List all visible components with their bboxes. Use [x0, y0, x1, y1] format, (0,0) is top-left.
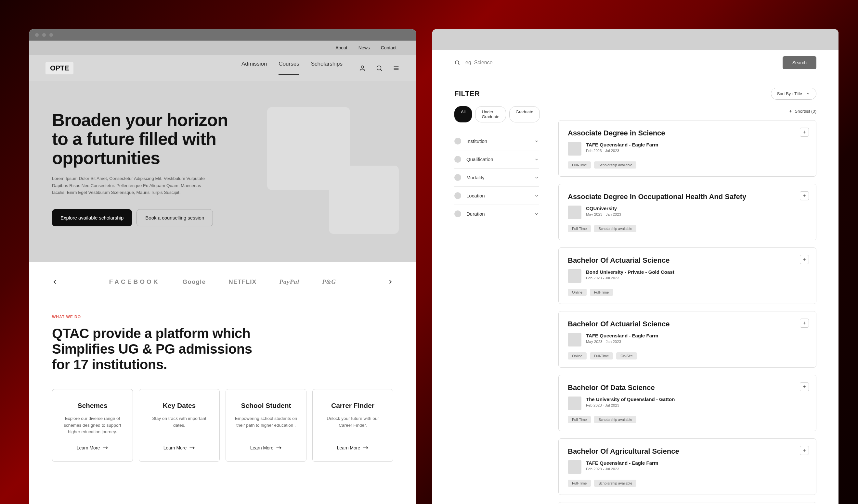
- card-body: Stay on track with important dates.: [147, 415, 211, 436]
- course-card[interactable]: + Bachelor Of Data Science The Universit…: [558, 375, 816, 431]
- learn-more-link[interactable]: Learn More: [234, 445, 298, 451]
- add-shortlist-button[interactable]: +: [800, 382, 809, 391]
- nav-courses[interactable]: Courses: [279, 61, 299, 75]
- user-icon[interactable]: [359, 65, 366, 72]
- search-input[interactable]: [465, 60, 783, 66]
- homepage-panel: About News Contact OPTE Admission Course…: [29, 29, 416, 504]
- menu-icon[interactable]: [393, 65, 400, 72]
- course-dates: Feb 2023 - Jul 2023: [586, 276, 674, 280]
- course-tags: Full-TimeScholarship available: [568, 225, 807, 232]
- utility-bar: About News Contact: [29, 40, 416, 55]
- institution-name: CQUniversity: [586, 206, 621, 211]
- course-tag: Full-Time: [568, 225, 591, 232]
- course-card[interactable]: + Bachelor Of Agricultural Science TAFE …: [558, 438, 816, 495]
- logos-next-arrow-icon[interactable]: [387, 279, 393, 285]
- book-counselling-button[interactable]: Book a counselling session: [137, 209, 213, 226]
- course-tags: Full-TimeScholarship available: [568, 479, 807, 487]
- nav-icons: [359, 65, 400, 72]
- facet-label: Duration: [466, 211, 534, 216]
- course-card[interactable]: + Associate Degree In Occupational Healt…: [558, 184, 816, 240]
- card-body: Empowering school students on their path…: [234, 415, 298, 436]
- svg-point-1: [377, 66, 381, 70]
- add-shortlist-button[interactable]: +: [800, 446, 809, 455]
- sort-by-dropdown[interactable]: Sort By : Title: [771, 88, 816, 100]
- institution-name: TAFE Queensland - Eagle Farm: [586, 333, 658, 338]
- course-tag: Scholarship available: [594, 225, 636, 232]
- svg-line-11: [458, 64, 460, 65]
- course-title: Associate Degree in Science: [568, 129, 807, 137]
- institution-thumb: [568, 333, 582, 346]
- feature-card: Carrer Finder Unlock your future with ou…: [312, 389, 393, 462]
- course-title: Bachelor Of Agricultural Science: [568, 447, 807, 456]
- filter-facet[interactable]: Duration: [454, 205, 539, 223]
- learn-more-label: Learn More: [250, 445, 274, 451]
- arrow-right-icon: [102, 446, 108, 450]
- card-title: Carrer Finder: [321, 402, 384, 409]
- add-shortlist-button[interactable]: +: [800, 128, 809, 137]
- topbar-contact[interactable]: Contact: [381, 45, 397, 50]
- course-tag: Online: [568, 352, 587, 359]
- results-column: Shortlist (0) + Associate Degree in Scie…: [558, 106, 816, 504]
- logo-facebook: FACEBOOK: [109, 278, 160, 286]
- course-card[interactable]: + Bachelor Of Actuarial Science TAFE Que…: [558, 311, 816, 368]
- institution-thumb: [568, 396, 582, 410]
- course-card[interactable]: + Bachelor Of Computer Science / Master …: [558, 502, 816, 504]
- nav-admission[interactable]: Admission: [241, 61, 267, 75]
- chip-undergraduate[interactable]: Under Graduate: [475, 106, 506, 123]
- course-tag: Full-Time: [568, 416, 591, 423]
- facet-icon: [454, 156, 461, 163]
- facet-icon: [454, 138, 461, 145]
- svg-point-0: [361, 66, 363, 68]
- search-icon[interactable]: [376, 65, 383, 72]
- explore-scholarship-button[interactable]: Explore available scholarship: [52, 209, 132, 226]
- learn-more-link[interactable]: Learn More: [147, 445, 211, 451]
- facet-icon: [454, 192, 461, 199]
- filter-facet[interactable]: Modality: [454, 168, 539, 187]
- course-card[interactable]: + Associate Degree in Science TAFE Queen…: [558, 120, 816, 177]
- course-card[interactable]: + Bachelor Of Actuarial Science Bond Uni…: [558, 247, 816, 304]
- chip-graduate[interactable]: Graduate: [509, 106, 540, 123]
- institution-thumb: [568, 206, 582, 219]
- course-tag: Scholarship available: [594, 479, 636, 487]
- nav-scholarships[interactable]: Scholarships: [311, 61, 343, 75]
- learn-more-label: Learn More: [163, 445, 187, 451]
- logos-prev-arrow-icon[interactable]: [52, 279, 58, 285]
- filter-facet[interactable]: Location: [454, 187, 539, 205]
- institution-name: TAFE Queensland - Eagle Farm: [586, 142, 658, 147]
- nav-links: Admission Courses Scholarships: [241, 61, 343, 75]
- learn-more-link[interactable]: Learn More: [321, 445, 384, 451]
- chip-all[interactable]: All: [454, 106, 472, 123]
- sort-by-label: Sort By : Title: [777, 91, 802, 96]
- filter-facet[interactable]: Institution: [454, 132, 539, 150]
- minimize-dot[interactable]: [42, 33, 46, 37]
- level-chips: All Under Graduate Graduate: [454, 106, 539, 123]
- logo[interactable]: OPTE: [46, 62, 74, 75]
- filter-title: FILTER: [454, 90, 480, 98]
- feature-card: Key Dates Stay on track with important d…: [139, 389, 220, 462]
- course-tags: OnlineFull-Time: [568, 289, 807, 296]
- logo-paypal: PayPal: [279, 278, 299, 286]
- add-shortlist-button[interactable]: +: [800, 191, 809, 200]
- learn-more-link[interactable]: Learn More: [61, 445, 124, 451]
- logo-google: Google: [182, 278, 206, 286]
- maximize-dot[interactable]: [49, 33, 53, 37]
- arrow-right-icon: [189, 446, 195, 450]
- svg-point-10: [455, 61, 459, 64]
- add-shortlist-button[interactable]: +: [800, 255, 809, 264]
- close-dot[interactable]: [35, 33, 39, 37]
- topbar-news[interactable]: News: [359, 45, 370, 50]
- chevron-down-icon: [534, 139, 539, 144]
- topbar-about[interactable]: About: [335, 45, 347, 50]
- card-title: Schemes: [61, 402, 124, 409]
- hero-text: Broaden your horizon to a future filled …: [52, 110, 244, 226]
- course-dates: May 2023 - Jan 2023: [586, 340, 658, 344]
- facet-icon: [454, 210, 461, 217]
- course-title: Bachelor Of Actuarial Science: [568, 256, 807, 265]
- wwd-title: QTAC provide a platform which Simplifies…: [52, 326, 254, 373]
- filter-facet[interactable]: Qualification: [454, 150, 539, 168]
- chevron-down-icon: [534, 212, 539, 216]
- search-button[interactable]: Search: [783, 56, 816, 69]
- add-shortlist-button[interactable]: +: [800, 319, 809, 328]
- eyebrow: WHAT WE DO: [52, 315, 393, 319]
- shortlist-link[interactable]: Shortlist (0): [558, 109, 816, 114]
